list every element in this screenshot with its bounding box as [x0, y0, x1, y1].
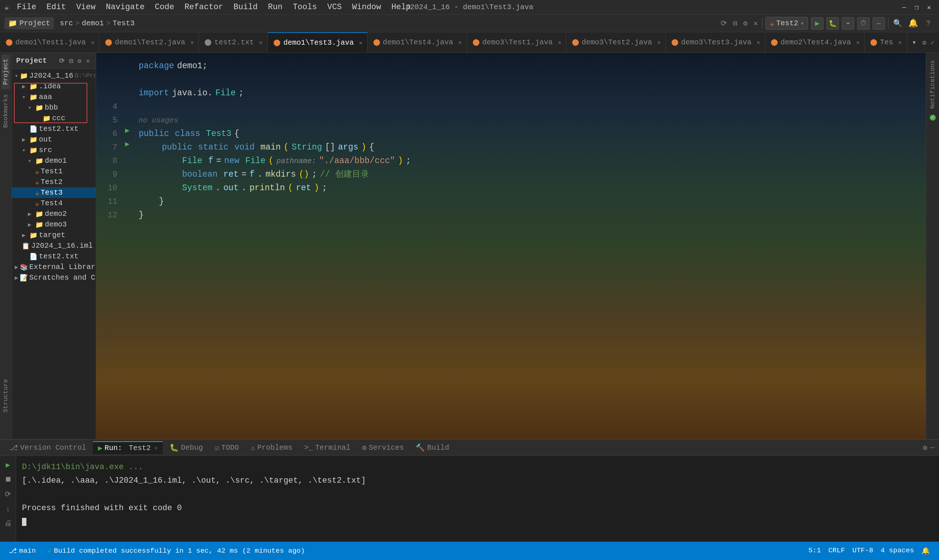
menu-view[interactable]: View — [74, 2, 98, 12]
code-editor[interactable]: package demo1; import java.io.File; no u… — [133, 56, 926, 439]
toolbar-settings-icon[interactable]: ⚙ — [742, 17, 749, 29]
menu-tools[interactable]: Tools — [290, 2, 319, 12]
tree-item-ccc[interactable]: ▶ 📁 ccc — [12, 113, 96, 123]
tab-close[interactable]: ✕ — [458, 39, 462, 46]
tree-root[interactable]: ▾ 📁 J2024_1_16 D:\Project\JAVA\J2024... — [12, 70, 96, 81]
tab-run[interactable]: ▶ Run: Test2 ✕ — [93, 441, 163, 454]
tab-close[interactable]: ✕ — [898, 39, 902, 46]
minimize-button[interactable]: — — [899, 3, 910, 12]
tree-item-demo2[interactable]: ▶ 📁 demo2 — [12, 209, 96, 219]
tree-item-ext-libs[interactable]: ▶ 📚 External Libraries — [12, 262, 96, 272]
status-charset[interactable]: UTF-8 — [850, 546, 876, 554]
tab-services[interactable]: ⚙ Services — [357, 442, 409, 454]
tab-close[interactable]: ✕ — [558, 39, 561, 46]
tab-problems[interactable]: ⚠ Problems — [245, 442, 298, 454]
tree-item-aaa[interactable]: ▾ 📁 aaa — [12, 92, 96, 102]
status-indent[interactable]: 4 spaces — [878, 546, 917, 554]
tab-right-btn1[interactable]: ⚙ — [920, 37, 928, 48]
tab-test2txt[interactable]: test2.txt ✕ — [199, 32, 268, 52]
tab-test4[interactable]: demo1\Test4.java ✕ — [367, 32, 467, 52]
tab-close[interactable]: ✕ — [259, 39, 263, 46]
tab-demo3test1[interactable]: demo3\Test1.java ✕ — [467, 32, 566, 52]
run-arrow-class[interactable]: ▶ — [122, 123, 133, 137]
menu-build[interactable]: Build — [231, 2, 260, 12]
tree-item-idea[interactable]: ▶ 📁 .idea — [12, 81, 96, 92]
tree-item-bbb[interactable]: ▾ 📁 bbb — [12, 102, 96, 113]
bookmarks-strip-label[interactable]: Bookmarks — [2, 90, 10, 132]
tree-item-test2txt2[interactable]: ▶ 📄 test2.txt — [12, 251, 96, 262]
more-run-button[interactable]: ⋯ — [873, 17, 885, 30]
tab-debug[interactable]: 🐛 Debug — [164, 442, 208, 454]
tree-item-Test1[interactable]: ☕ Test1 — [12, 166, 96, 177]
maximize-button[interactable]: ❐ — [911, 3, 922, 12]
close-button[interactable]: ✕ — [924, 3, 934, 12]
toolbar-sync-icon[interactable]: ⟳ — [719, 17, 728, 29]
tab-overflow-button[interactable]: ▾ — [907, 38, 920, 47]
tree-item-out[interactable]: ▶ 📁 out — [12, 134, 96, 145]
tab-close[interactable]: ✕ — [190, 39, 194, 46]
run-scroll-btn[interactable]: ↓ — [2, 503, 14, 515]
tree-item-iml[interactable]: ▶ 📋 J2024_1_16.iml — [12, 240, 96, 251]
tab-close[interactable]: ✕ — [657, 39, 661, 46]
tree-item-demo3[interactable]: ▶ 📁 demo3 — [12, 219, 96, 230]
tab-demo3test2[interactable]: demo3\Test2.java ✕ — [566, 32, 666, 52]
run-button[interactable]: ▶ — [811, 17, 823, 30]
panel-icon-close[interactable]: ✕ — [84, 56, 91, 66]
tree-item-Test2[interactable]: ☕ Test2 — [12, 177, 96, 187]
bottom-close-btn[interactable]: — — [930, 443, 934, 452]
tab-terminal[interactable]: >_ Terminal — [299, 442, 355, 453]
menu-vcs[interactable]: VCS — [325, 2, 344, 12]
tab-right-btn2[interactable]: ✓ — [929, 37, 936, 48]
notifications-label[interactable]: Notifications — [928, 56, 937, 113]
bottom-settings-btn[interactable]: ⚙ — [923, 443, 927, 452]
tab-test3[interactable]: demo1\Test3.java ✕ — [268, 32, 367, 52]
status-line-col[interactable]: 5:1 — [805, 546, 824, 554]
toolbar-collapse-icon[interactable]: ⊟ — [731, 17, 739, 29]
status-git[interactable]: ⎇ main — [6, 542, 39, 560]
profiler-button[interactable]: ⏱ — [857, 17, 870, 30]
help-button[interactable]: ? — [922, 17, 934, 30]
menu-code[interactable]: Code — [153, 2, 176, 12]
run-play-btn[interactable]: ▶ — [2, 459, 14, 471]
tab-test1[interactable]: demo1\Test1.java ✕ — [0, 32, 99, 52]
tab-version-control[interactable]: ⎇ Version Control — [5, 442, 91, 454]
menu-navigate[interactable]: Navigate — [103, 2, 147, 12]
panel-icon-collapse[interactable]: ⊟ — [68, 56, 74, 66]
tree-item-demo1[interactable]: ▾ 📁 demo1 — [12, 155, 96, 166]
menu-run[interactable]: Run — [266, 2, 285, 12]
tree-item-Test4[interactable]: ☕ Test4 — [12, 198, 96, 209]
editor-content[interactable]: 4 5 6 7 8 9 10 11 12 ▶ — [96, 53, 926, 439]
status-notification-icon[interactable]: 🔔 — [919, 546, 933, 555]
notifications-button[interactable]: 🔔 — [907, 17, 919, 30]
tab-close[interactable]: ✕ — [856, 39, 860, 46]
run-config-dropdown[interactable]: ☕ Test2 ▾ — [765, 17, 808, 30]
tab-todo[interactable]: ☑ TODO — [210, 442, 244, 454]
tab-close[interactable]: ✕ — [359, 39, 363, 46]
run-print-btn[interactable]: 🖨 — [2, 517, 14, 529]
menu-refactor[interactable]: Refactor — [182, 2, 225, 12]
tab-test2[interactable]: demo1\Test2.java ✕ — [99, 32, 199, 52]
tab-tes[interactable]: Tes ✕ — [865, 32, 907, 52]
tab-demo2test4[interactable]: demo2\Test4.java ✕ — [765, 32, 865, 52]
run-stop-btn[interactable]: ⏹ — [2, 474, 14, 485]
panel-icon-dots[interactable]: ⚙ — [76, 56, 83, 66]
tree-item-scratches[interactable]: ▶ 📝 Scratches and Consoles — [12, 272, 96, 283]
console-output[interactable]: D:\jdk11\bin\java.exe ... [.\.idea, .\aa… — [16, 456, 939, 542]
structure-strip-label[interactable]: Structure — [2, 375, 10, 417]
menu-file[interactable]: File — [15, 2, 39, 12]
debug-button[interactable]: 🐛 — [826, 17, 839, 30]
tab-close[interactable]: ✕ — [757, 39, 760, 46]
tree-item-test2txt[interactable]: ▶ 📄 test2.txt — [12, 123, 96, 134]
run-arrow-main[interactable]: ▶ — [122, 137, 133, 151]
tab-demo3test3[interactable]: demo3\Test3.java ✕ — [666, 32, 765, 52]
search-button[interactable]: 🔍 — [891, 17, 904, 30]
tree-item-Test3[interactable]: ☕ Test3 — [12, 187, 96, 198]
project-button[interactable]: 📁 Project — [5, 17, 54, 29]
breadcrumb-test3[interactable]: Test3 — [113, 19, 135, 28]
run-rerun-btn[interactable]: ⟳ — [2, 488, 14, 500]
tab-run-close[interactable]: ✕ — [154, 445, 158, 452]
menu-window[interactable]: Window — [350, 2, 383, 12]
panel-icon-sync[interactable]: ⟳ — [58, 56, 66, 66]
project-strip-label[interactable]: Project — [2, 54, 10, 89]
breadcrumb-src[interactable]: src — [60, 19, 73, 28]
